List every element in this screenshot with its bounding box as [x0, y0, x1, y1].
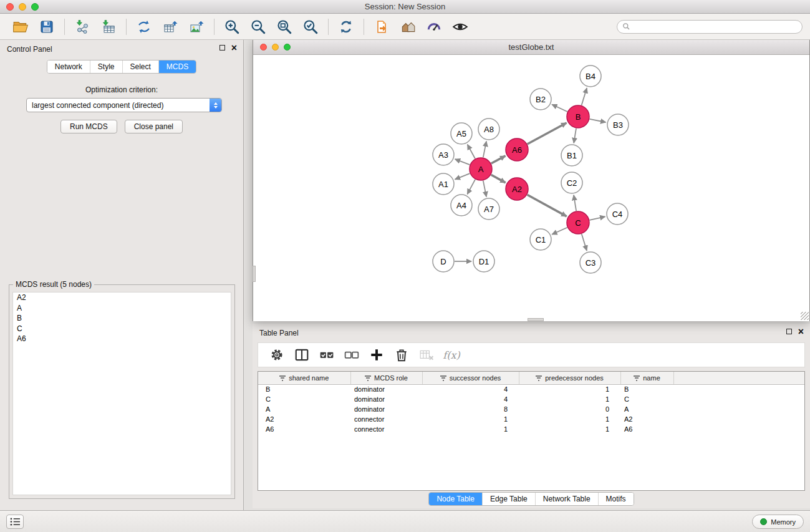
function-builder-button[interactable]: f(x): [440, 345, 463, 365]
network-node-C3[interactable]: C3: [580, 252, 601, 273]
export-image-button[interactable]: [183, 16, 210, 37]
network-node-D[interactable]: D: [433, 251, 454, 272]
mcds-result-item[interactable]: A: [13, 303, 231, 314]
network-node-B4[interactable]: B4: [580, 65, 601, 87]
column-header-predecessor-nodes[interactable]: predecessor nodes: [519, 372, 620, 384]
network-node-C4[interactable]: C4: [607, 203, 628, 225]
network-edge-B-B2[interactable]: [552, 105, 567, 112]
select-all-button[interactable]: [316, 345, 338, 365]
column-options-icon[interactable]: [365, 375, 371, 381]
network-edge-A6-B[interactable]: [528, 123, 567, 144]
memory-button[interactable]: Memory: [752, 515, 804, 529]
pane-divider-handle[interactable]: [253, 266, 256, 282]
float-table-panel-icon[interactable]: [786, 329, 792, 334]
graphics-details-button[interactable]: [421, 16, 447, 37]
column-header-shared-name[interactable]: shared name: [258, 372, 350, 384]
column-header-mcds-role[interactable]: MCDS role: [350, 372, 422, 384]
network-node-B3[interactable]: B3: [607, 114, 629, 135]
birds-eye-view-button[interactable]: [447, 16, 473, 37]
control-panel-tab[interactable]: MCDS: [158, 60, 196, 73]
task-history-button[interactable]: [6, 515, 24, 529]
run-mcds-button[interactable]: Run MCDS: [60, 120, 117, 133]
node-table-row[interactable]: Bdominator41B: [258, 384, 804, 394]
column-options-icon[interactable]: [279, 375, 286, 381]
column-visibility-button[interactable]: [291, 345, 313, 365]
network-node-C2[interactable]: C2: [561, 172, 582, 193]
node-table-row[interactable]: A6connector11A6: [258, 424, 804, 434]
network-edge-A-A6[interactable]: [491, 156, 506, 163]
mcds-result-item[interactable]: A6: [13, 334, 231, 344]
close-window-button[interactable]: [6, 3, 14, 11]
network-node-A3[interactable]: A3: [433, 144, 454, 165]
column-options-icon[interactable]: [634, 375, 640, 381]
close-panel-button[interactable]: Close panel: [125, 120, 183, 133]
add-column-button[interactable]: [365, 345, 388, 365]
delete-column-button[interactable]: [390, 345, 413, 365]
delete-table-button[interactable]: [415, 345, 438, 365]
network-edge-B-B3[interactable]: [590, 119, 606, 122]
network-node-A1[interactable]: A1: [433, 173, 454, 195]
network-edge-C-C4[interactable]: [590, 216, 605, 220]
network-node-B[interactable]: B: [567, 105, 589, 128]
deselect-all-button[interactable]: [340, 345, 363, 365]
network-node-A5[interactable]: A5: [451, 123, 472, 144]
node-table-row[interactable]: Adominator80A: [258, 404, 804, 414]
network-edge-B-B4[interactable]: [582, 88, 587, 105]
import-table-button[interactable]: [95, 16, 122, 37]
network-edge-A-A2[interactable]: [491, 175, 506, 183]
export-network-button[interactable]: [131, 16, 157, 37]
network-node-A[interactable]: A: [470, 158, 492, 180]
control-panel-tab[interactable]: Select: [122, 60, 158, 73]
window-resize-grip[interactable]: [801, 312, 809, 320]
mcds-result-list[interactable]: A2ABCA6: [12, 292, 231, 495]
save-session-button[interactable]: [34, 16, 60, 37]
zoom-window-button[interactable]: [31, 3, 39, 11]
open-session-button[interactable]: [369, 16, 395, 37]
pane-divider-handle[interactable]: [528, 318, 544, 321]
network-edge-A-A5[interactable]: [468, 145, 475, 159]
network-node-C1[interactable]: C1: [530, 229, 551, 250]
network-edge-A-A3[interactable]: [455, 159, 470, 165]
search-box[interactable]: [617, 20, 803, 34]
network-node-B1[interactable]: B1: [561, 145, 582, 166]
close-table-panel-icon[interactable]: ×: [798, 328, 804, 335]
zoom-in-button[interactable]: [219, 16, 245, 37]
export-table-button[interactable]: [157, 16, 183, 37]
network-edge-A-A4[interactable]: [467, 180, 475, 195]
column-options-icon[interactable]: [536, 375, 542, 381]
network-node-D1[interactable]: D1: [473, 251, 494, 272]
network-edge-C-C1[interactable]: [552, 228, 567, 235]
table-tab[interactable]: Motifs: [598, 493, 634, 505]
network-edge-A-A1[interactable]: [455, 173, 470, 180]
network-window-close-button[interactable]: [260, 44, 267, 51]
table-settings-button[interactable]: [266, 345, 288, 365]
network-edge-C-C2[interactable]: [574, 195, 576, 211]
control-panel-tab[interactable]: Style: [90, 60, 122, 73]
network-edge-C-C3[interactable]: [582, 234, 587, 251]
apply-layout-button[interactable]: [333, 16, 359, 37]
column-header-name[interactable]: name: [620, 372, 673, 384]
import-network-button[interactable]: [69, 16, 95, 37]
mcds-result-item[interactable]: C: [13, 324, 231, 334]
network-node-A8[interactable]: A8: [478, 118, 499, 140]
network-node-C[interactable]: C: [567, 211, 589, 234]
zoom-out-button[interactable]: [245, 16, 271, 37]
network-node-A2[interactable]: A2: [506, 178, 528, 200]
network-window-minimize-button[interactable]: [272, 44, 279, 51]
network-node-A7[interactable]: A7: [478, 198, 499, 220]
minimize-window-button[interactable]: [19, 3, 26, 11]
search-input[interactable]: [634, 22, 797, 31]
float-panel-icon[interactable]: [219, 45, 225, 51]
column-header-successor-nodes[interactable]: successor nodes: [422, 372, 519, 384]
network-edge-A-A8[interactable]: [483, 142, 486, 158]
close-panel-icon[interactable]: ×: [231, 44, 237, 51]
open-file-button[interactable]: [7, 16, 34, 37]
zoom-fit-button[interactable]: [271, 16, 297, 37]
table-tab[interactable]: Node Table: [429, 493, 482, 505]
optimization-criterion-select[interactable]: largest connected component (directed): [26, 98, 222, 112]
zoom-selected-button[interactable]: [297, 16, 324, 37]
table-tab[interactable]: Edge Table: [482, 493, 535, 505]
network-node-A6[interactable]: A6: [506, 138, 528, 161]
network-node-B2[interactable]: B2: [530, 89, 551, 110]
node-table-row[interactable]: Cdominator41C: [258, 394, 804, 404]
